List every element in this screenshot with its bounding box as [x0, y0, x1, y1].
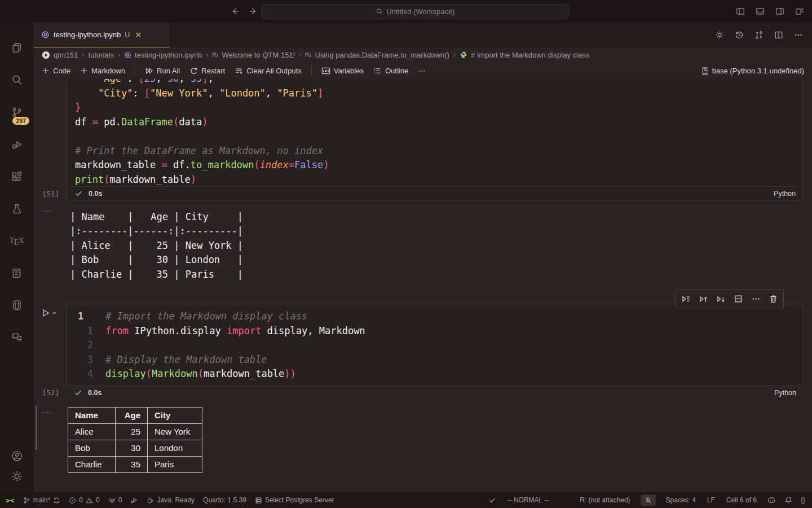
indentation-item[interactable]: Spaces: 4: [666, 496, 696, 504]
debug-status-icon[interactable]: [130, 496, 138, 504]
line-number: 3: [67, 353, 99, 367]
sidebar-item-notebook[interactable]: [3, 257, 30, 289]
notebook-settings-icon[interactable]: [715, 30, 724, 40]
code-line[interactable]: "City": ["New York", "London", "Paris"]: [75, 86, 802, 101]
delete-cell-icon[interactable]: [765, 290, 782, 307]
breadcrumb-item[interactable]: Using pandas.DataFrame.to_markdown(): [315, 51, 449, 59]
code-line[interactable]: # Print the DataFrame as Markdown, no in…: [75, 144, 802, 159]
code-line[interactable]: 3# Display the Markdown table: [67, 353, 802, 367]
sidebar-item-search[interactable]: [3, 64, 30, 96]
cell-2-editor[interactable]: 1# Import the Markdown display class1fro…: [67, 304, 803, 386]
sidebar-item-source-control[interactable]: 297: [3, 96, 30, 128]
cell-position-item[interactable]: Cell 6 of 6: [726, 496, 757, 504]
more-actions-icon[interactable]: [794, 30, 803, 40]
sidebar-item-explorer[interactable]: [3, 32, 30, 64]
code-token: pd.: [98, 116, 121, 128]
code-cell-2[interactable]: 1# Import the Markdown display class1fro…: [34, 304, 803, 386]
code-line[interactable]: 4display(Markdown(markdown_table)): [67, 367, 802, 382]
clear-all-outputs-button[interactable]: Clear All Outputs: [235, 67, 302, 75]
eol-item[interactable]: LF: [707, 496, 715, 504]
git-branch-item[interactable]: main*: [23, 496, 61, 504]
code-line[interactable]: "Age": [25, 30, 35],: [75, 79, 802, 86]
run-circle-icon[interactable]: [42, 51, 50, 59]
run-all-button[interactable]: Run All: [145, 67, 180, 75]
kernel-picker[interactable]: base (Python 3.1.undefined): [701, 67, 804, 75]
markdown-icon: M↓: [212, 51, 218, 59]
sidebar-item-latex[interactable]: TEX: [3, 225, 30, 257]
execute-above-cells-icon[interactable]: [695, 290, 712, 307]
code-cell-1[interactable]: "Age": [25, 30, 35], "City": ["New York"…: [34, 79, 803, 187]
cell-more-actions-icon[interactable]: [747, 290, 765, 307]
source-control-badge: 297: [12, 117, 29, 125]
markdown-text-output: | Name | Age | City | |:--------|------:…: [67, 208, 803, 282]
sidebar-item-postgresql[interactable]: [3, 289, 30, 321]
notifications-bell-icon[interactable]: [784, 496, 792, 504]
toggle-primary-sidebar-icon[interactable]: [736, 7, 745, 16]
r-status-item[interactable]: R: (not attached): [580, 496, 630, 504]
code-line[interactable]: df = pd.DataFrame(data): [75, 115, 802, 130]
breadcrumb-item[interactable]: # Import the Markdown display class: [471, 51, 589, 59]
split-editor-icon[interactable]: [774, 30, 783, 40]
breadcrumb-item[interactable]: tutorials: [88, 51, 114, 59]
code-token: 35: [191, 79, 202, 84]
cell-focus-indicator[interactable]: [36, 406, 37, 450]
history-icon[interactable]: [735, 30, 744, 40]
close-icon[interactable]: ✕: [135, 30, 142, 40]
breadcrumb-item[interactable]: testing-ipython.ipynb: [135, 51, 202, 59]
code-line[interactable]: 1# Import the Markdown display class: [67, 309, 802, 324]
compare-changes-icon[interactable]: [754, 30, 764, 40]
nav-forward-icon[interactable]: [249, 7, 258, 16]
toggle-secondary-sidebar-icon[interactable]: [775, 7, 784, 16]
toolbar-more-icon[interactable]: ⋯: [418, 67, 426, 75]
code-line[interactable]: print(markdown_table): [75, 173, 802, 187]
nav-back-icon[interactable]: [230, 7, 239, 16]
code-line[interactable]: 1from IPython.display import display, Ma…: [67, 324, 802, 339]
jupyter-file-icon: [41, 30, 50, 39]
vim-mode-indicator[interactable]: -- NORMAL --: [508, 496, 549, 504]
braces-indicator[interactable]: {}: [801, 496, 805, 504]
execute-cell-and-below-icon[interactable]: [712, 290, 730, 307]
code-line[interactable]: 2: [67, 338, 802, 353]
cell-language[interactable]: Python: [774, 389, 803, 397]
remote-indicator[interactable]: ><: [6, 496, 15, 505]
variables-button[interactable]: Variables: [321, 67, 364, 75]
output-options-icon[interactable]: ···: [34, 208, 67, 213]
account-button[interactable]: [3, 446, 30, 466]
cell-language[interactable]: Python: [774, 190, 802, 198]
toggle-panel-icon[interactable]: [756, 7, 765, 16]
restart-kernel-button[interactable]: Restart: [189, 67, 225, 75]
sidebar-item-testing[interactable]: [3, 192, 30, 225]
code-line[interactable]: }: [75, 100, 802, 115]
sidebar-item-extensions[interactable]: [3, 160, 30, 192]
code-token: ,: [266, 87, 277, 99]
execute-by-line-icon[interactable]: [677, 290, 695, 307]
zoom-indicator-button[interactable]: [641, 494, 656, 506]
customize-layout-icon[interactable]: [795, 7, 804, 16]
outline-button[interactable]: Outline: [373, 67, 408, 75]
breadcrumb-item[interactable]: Welcome to QTM 151!: [222, 51, 295, 59]
code-token: :: [133, 87, 144, 99]
java-status-item[interactable]: Java: Ready: [147, 496, 195, 504]
run-cell-button[interactable]: [34, 304, 67, 318]
format-check-icon[interactable]: [488, 496, 496, 504]
add-markdown-cell-button[interactable]: Markdown: [80, 67, 125, 75]
settings-button[interactable]: [3, 466, 30, 487]
cell-1-editor[interactable]: "Age": [25, 30, 35], "City": ["New York"…: [67, 79, 803, 187]
code-line[interactable]: markdown_table = df.to_markdown(index=Fa…: [75, 158, 802, 173]
breadcrumb-item[interactable]: qtm151: [54, 51, 78, 59]
sidebar-item-run-debug[interactable]: [3, 128, 30, 160]
postgres-status-item[interactable]: Select Postgres Server: [255, 496, 334, 504]
copilot-icon[interactable]: [767, 496, 776, 505]
add-code-cell-button[interactable]: Code: [42, 67, 70, 75]
ports-item[interactable]: 0: [108, 496, 122, 504]
code-token: ): [202, 116, 208, 128]
tab-testing-ipython[interactable]: testing-ipython.ipynb U ✕: [34, 23, 169, 47]
split-cell-icon[interactable]: [730, 290, 747, 307]
code-line[interactable]: [75, 129, 802, 144]
sidebar-item-comments[interactable]: [3, 321, 30, 353]
problems-item[interactable]: 0 0: [69, 496, 99, 504]
output-options-icon[interactable]: ···: [34, 405, 67, 415]
comments-icon: [11, 331, 23, 344]
command-center[interactable]: Untitled (Workspace): [261, 4, 569, 19]
quarto-status-item[interactable]: Quarto: 1.5.39: [203, 496, 246, 504]
